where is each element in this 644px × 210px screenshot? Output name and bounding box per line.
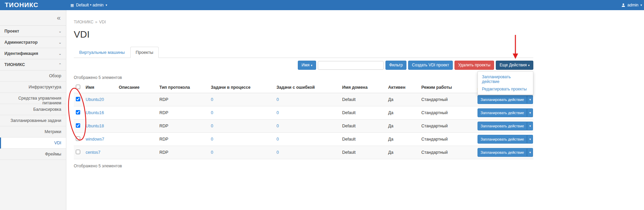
tasks-running-link[interactable]: 0 bbox=[211, 97, 213, 102]
name-filter-dropdown-button[interactable]: Имя▾ bbox=[298, 61, 316, 70]
tasks-error-link[interactable]: 0 bbox=[276, 137, 279, 142]
sidebar-collapse-button[interactable]: « bbox=[0, 10, 66, 26]
tasks-running-link[interactable]: 0 bbox=[211, 110, 213, 115]
tasks-running-cell: 0 bbox=[211, 110, 276, 115]
sidebar-item-label: Запланированные задачи bbox=[10, 118, 61, 123]
sidebar-item[interactable]: Балансировка bbox=[0, 104, 66, 115]
row-checkbox-cell bbox=[74, 150, 86, 155]
schedule-action-button[interactable]: Запланировать действие bbox=[478, 122, 527, 130]
row-actions-cell: Запланировать действие ▾ bbox=[478, 95, 533, 104]
row-checkbox[interactable] bbox=[76, 123, 80, 128]
schedule-action-button[interactable]: Запланировать действие bbox=[478, 95, 527, 104]
tab-virtual-machines[interactable]: Виртуальные машины bbox=[74, 47, 130, 58]
sidebar-section-label: Проект bbox=[4, 29, 19, 34]
main-content: ТИОНИКС»VDI VDI Виртуальные машины Проек… bbox=[67, 10, 644, 210]
user-icon bbox=[621, 3, 625, 7]
project-name-cell: Ubuntu18 bbox=[86, 124, 119, 128]
tasks-error-cell: 0 bbox=[276, 150, 342, 155]
sidebar: « Проект ⌄ Администратор ⌄ Идентификация… bbox=[0, 10, 66, 210]
tasks-error-link[interactable]: 0 bbox=[276, 150, 279, 155]
row-actions-caret-button[interactable]: ▾ bbox=[527, 135, 533, 144]
schedule-action-button[interactable]: Запланировать действие bbox=[478, 148, 527, 157]
sidebar-item[interactable]: Запланированные задачи bbox=[0, 115, 66, 126]
sidebar-section[interactable]: Администратор ⌄ bbox=[0, 37, 66, 48]
active-cell: Да bbox=[388, 97, 421, 102]
sidebar-item-label: Метрики bbox=[45, 129, 61, 134]
row-checkbox[interactable] bbox=[76, 110, 80, 114]
window-icon: ▦ bbox=[70, 3, 74, 7]
column-header[interactable]: Активен bbox=[388, 85, 421, 90]
tab-bar: Виртуальные машины Проекты bbox=[74, 47, 533, 58]
column-header[interactable]: Имя bbox=[86, 85, 119, 90]
filter-button[interactable]: Фильтр bbox=[385, 61, 406, 70]
sidebar-item[interactable]: Инфраструктура bbox=[0, 82, 66, 93]
context-switcher[interactable]: ▦ Default • admin ▾ bbox=[66, 3, 107, 7]
top-navbar: ТИОНИКС ▦ Default • admin ▾ admin ▾ bbox=[0, 0, 644, 10]
caret-down-icon: ▾ bbox=[529, 111, 531, 114]
project-name-link[interactable]: windows7 bbox=[86, 137, 104, 142]
user-menu[interactable]: admin ▾ bbox=[621, 3, 644, 7]
row-checkbox-cell bbox=[74, 97, 86, 102]
column-header[interactable]: Имя домена bbox=[342, 85, 388, 90]
row-actions-caret-button[interactable]: ▾ bbox=[527, 122, 533, 130]
items-count-top: Отображено 5 элементов bbox=[74, 75, 533, 80]
tasks-error-link[interactable]: 0 bbox=[276, 97, 279, 102]
dropdown-item[interactable]: Запланировать действие bbox=[478, 73, 533, 85]
column-header[interactable]: Описание bbox=[119, 85, 159, 90]
caret-down-icon: ▾ bbox=[529, 138, 531, 141]
delete-projects-button[interactable]: Удалить проекты bbox=[454, 61, 494, 70]
column-header[interactable]: Тип протокола bbox=[159, 85, 211, 90]
schedule-action-button[interactable]: Запланировать действие bbox=[478, 135, 527, 144]
breadcrumb-root-link[interactable]: ТИОНИКС bbox=[74, 20, 93, 24]
tasks-running-link[interactable]: 0 bbox=[211, 137, 213, 142]
caret-down-icon: ▾ bbox=[529, 124, 531, 128]
protocol-cell: RDP bbox=[159, 150, 211, 155]
schedule-action-button[interactable]: Запланировать действие bbox=[478, 108, 527, 117]
table-row: Ubuntu16 RDP 0 0 Default Да Стандартный bbox=[74, 106, 533, 120]
column-header[interactable]: Задачи с ошибкой bbox=[276, 85, 342, 90]
column-header[interactable]: Режим работы bbox=[421, 85, 478, 90]
sidebar-section[interactable]: Идентификация ⌄ bbox=[0, 48, 66, 59]
sidebar-item[interactable]: Обзор bbox=[0, 70, 66, 82]
search-input[interactable] bbox=[318, 61, 384, 70]
sidebar-section[interactable]: Проект ⌄ bbox=[0, 26, 66, 37]
row-checkbox[interactable] bbox=[76, 97, 80, 101]
dropdown-item[interactable]: Редактировать проекты bbox=[478, 85, 533, 93]
tasks-running-link[interactable]: 0 bbox=[211, 150, 213, 155]
create-vdi-project-button[interactable]: Создать VDI проект bbox=[408, 61, 453, 70]
row-checkbox-cell bbox=[74, 110, 86, 115]
project-name-link[interactable]: Ubuntu16 bbox=[86, 110, 104, 115]
select-all-checkbox[interactable] bbox=[76, 85, 80, 89]
page-title: VDI bbox=[74, 29, 533, 40]
tab-projects[interactable]: Проекты bbox=[130, 47, 159, 58]
row-checkbox[interactable] bbox=[76, 136, 80, 141]
brand-logo[interactable]: ТИОНИКС bbox=[0, 1, 66, 9]
sidebar-item[interactable]: Средства управления питанием bbox=[0, 93, 66, 104]
project-name-cell: centos7 bbox=[86, 150, 119, 155]
row-actions-caret-button[interactable]: ▾ bbox=[527, 148, 533, 157]
table-row: windows7 RDP 0 0 Default Да Стандартный bbox=[74, 133, 533, 146]
column-header[interactable]: Задачи в процессе bbox=[211, 85, 276, 90]
row-actions-caret-button[interactable]: ▾ bbox=[527, 108, 533, 117]
row-checkbox[interactable] bbox=[76, 150, 80, 154]
tasks-error-cell: 0 bbox=[276, 110, 342, 115]
tasks-running-link[interactable]: 0 bbox=[211, 124, 213, 128]
sidebar-section-label: Идентификация bbox=[4, 51, 38, 56]
project-name-link[interactable]: Ubuntu18 bbox=[86, 124, 104, 128]
row-actions-caret-button[interactable]: ▾ bbox=[527, 95, 533, 104]
more-actions-button[interactable]: Еще Действия▾ bbox=[496, 61, 533, 70]
collapse-icon: « bbox=[57, 14, 61, 22]
project-name-link[interactable]: Ubuntu20 bbox=[86, 97, 104, 102]
row-actions-cell: Запланировать действие ▾ bbox=[478, 122, 533, 130]
project-name-link[interactable]: centos7 bbox=[86, 150, 101, 155]
tasks-error-link[interactable]: 0 bbox=[276, 110, 279, 115]
sidebar-item[interactable]: Метрики bbox=[0, 126, 66, 138]
protocol-cell: RDP bbox=[159, 97, 211, 102]
sidebar-item[interactable]: VDI bbox=[0, 138, 66, 149]
sidebar-section[interactable]: ТИОНИКС ⌃ bbox=[0, 59, 66, 70]
tasks-error-link[interactable]: 0 bbox=[276, 124, 279, 128]
caret-down-icon: ▾ bbox=[529, 98, 531, 101]
mode-cell: Стандартный bbox=[421, 124, 478, 128]
chevron-icon: ⌄ bbox=[59, 51, 62, 56]
sidebar-item[interactable]: Фреймы bbox=[0, 149, 66, 160]
